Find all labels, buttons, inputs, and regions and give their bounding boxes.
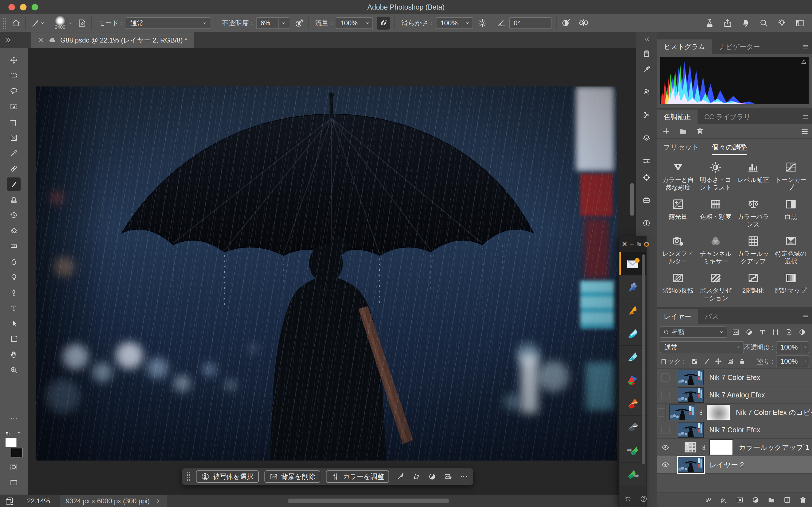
- new-group-icon[interactable]: [767, 496, 775, 504]
- filter-type-layers-icon[interactable]: [758, 328, 766, 336]
- add-adjustment-icon[interactable]: [662, 127, 670, 135]
- tool-zoom[interactable]: [7, 363, 20, 377]
- expand-toolbar-icon[interactable]: [4, 36, 12, 44]
- document-tab[interactable]: ✕ G88.psdc @ 22.1% (レイヤー 2, RGB/8) *: [31, 33, 194, 48]
- adjustment-photo-filter[interactable]: レンズフィルター: [659, 231, 697, 268]
- layer-row[interactable]: Nik 7 Color Efex のコピー: [657, 404, 812, 421]
- help-icon[interactable]: [640, 495, 648, 503]
- chevron-down-icon[interactable]: [40, 20, 45, 25]
- link-layers-icon[interactable]: [704, 496, 712, 504]
- layer-name[interactable]: Nik 7 Analog Efex: [709, 391, 765, 399]
- blend-mode-dropdown[interactable]: 通常: [126, 17, 210, 29]
- panel-icon-libraries[interactable]: [641, 194, 652, 206]
- tab-adjustments[interactable]: 色調補正: [657, 110, 698, 124]
- layer-name[interactable]: Nik 7 Color Efex のコピー: [736, 408, 812, 417]
- flask-icon[interactable]: [705, 18, 714, 28]
- adjustment-threshold[interactable]: 2階調化: [734, 268, 772, 305]
- adjustment-invert[interactable]: 階調の反転: [659, 268, 697, 305]
- tool-crop[interactable]: [7, 115, 20, 129]
- mask-link-icon[interactable]: [698, 408, 704, 417]
- subtab-single-adjustments[interactable]: 個々の調整: [712, 139, 747, 155]
- airbrush-toggle[interactable]: [377, 17, 390, 30]
- adjustment-levels[interactable]: レベル補正: [734, 158, 772, 194]
- chevron-down-icon[interactable]: [68, 20, 73, 25]
- tool-path-selection[interactable]: [7, 317, 20, 330]
- select-subject-button[interactable]: 被写体を選択: [196, 470, 259, 483]
- visibility-toggle[interactable]: [657, 386, 674, 403]
- tab-paths[interactable]: パス: [698, 309, 725, 324]
- panel-icon-brush-settings[interactable]: [641, 48, 652, 59]
- background-color-chip[interactable]: [11, 448, 22, 457]
- tool-blur[interactable]: [7, 255, 20, 269]
- filter-pixel-layers-icon[interactable]: [732, 328, 740, 336]
- tool-shape[interactable]: [7, 332, 20, 346]
- document-canvas[interactable]: [36, 87, 617, 460]
- visibility-toggle[interactable]: [657, 404, 666, 421]
- layer-mask-thumbnail[interactable]: [707, 404, 730, 420]
- opacity-dropdown[interactable]: 6%: [256, 17, 289, 29]
- smoothing-options-gear-icon[interactable]: [477, 18, 487, 28]
- tool-lasso[interactable]: [7, 84, 20, 98]
- layer-blend-mode-dropdown[interactable]: 通常: [660, 341, 744, 353]
- screen-mode-button[interactable]: [7, 476, 20, 489]
- edit-toolbar-button[interactable]: [7, 412, 20, 426]
- layer-thumbnail[interactable]: [669, 404, 695, 420]
- swap-colors-icon[interactable]: [16, 431, 21, 437]
- adjustment-exposure[interactable]: 露光量: [659, 194, 697, 231]
- tool-spot-healing[interactable]: [7, 162, 20, 175]
- layer-thumbnail[interactable]: [678, 370, 704, 385]
- filter-adjustment-layers-icon[interactable]: [745, 328, 753, 336]
- tool-history-brush[interactable]: [7, 209, 20, 222]
- paint-symmetry-icon[interactable]: [578, 17, 589, 29]
- filter-toggle-icon[interactable]: [798, 328, 806, 336]
- adjustment-channel-mixer[interactable]: チャンネルミキサー: [697, 231, 735, 268]
- context-bar-drag-handle[interactable]: [187, 471, 190, 482]
- tool-clone-stamp[interactable]: [7, 193, 20, 207]
- lock-artboard-icon[interactable]: [726, 358, 734, 365]
- panel-icon-clone-source[interactable]: [641, 172, 652, 183]
- adjustment-selective-color[interactable]: 特定色域の選択: [772, 231, 810, 268]
- panel-icon-layers[interactable]: [641, 132, 652, 144]
- tool-brush[interactable]: [7, 177, 20, 191]
- group-icon[interactable]: [679, 127, 688, 135]
- adjustment-hue-saturation[interactable]: 色相・彩度: [697, 194, 735, 231]
- layer-name[interactable]: Nik 7 Color Efex: [709, 374, 760, 382]
- panel-layout-icon[interactable]: [637, 242, 642, 247]
- workspace-icon[interactable]: [795, 18, 805, 28]
- close-tab-icon[interactable]: ✕: [38, 36, 44, 45]
- brush-angle-input[interactable]: 0°: [509, 17, 552, 29]
- adjustment-curves[interactable]: トーンカーブ: [772, 158, 810, 194]
- smoothing-dropdown[interactable]: 100%: [436, 17, 473, 29]
- brush-settings-panel-icon[interactable]: [77, 18, 87, 28]
- minimize-window-button[interactable]: [20, 4, 27, 10]
- tool-eraser[interactable]: [7, 224, 20, 237]
- add-image-icon[interactable]: [444, 472, 452, 481]
- lightbulb-icon[interactable]: [777, 18, 786, 28]
- panel-icon-scissors[interactable]: [641, 109, 652, 121]
- adjustment-vibrance[interactable]: カラーと自然な彩度: [659, 158, 697, 194]
- layer-name[interactable]: レイヤー 2: [709, 460, 744, 469]
- lock-transparency-icon[interactable]: [691, 358, 698, 365]
- panel-icon-adjustments[interactable]: [641, 155, 652, 167]
- tool-hand[interactable]: [7, 348, 20, 361]
- minimize-icon[interactable]: [629, 242, 635, 247]
- panel-menu-icon[interactable]: [802, 313, 809, 320]
- tool-type[interactable]: [7, 301, 20, 315]
- options-grip[interactable]: [3, 17, 6, 29]
- search-icon[interactable]: [759, 18, 769, 28]
- visibility-toggle[interactable]: [657, 369, 674, 386]
- layer-filter-dropdown[interactable]: 種類: [660, 327, 727, 338]
- close-icon[interactable]: ✕: [622, 241, 627, 247]
- panel-icon-info[interactable]: [641, 217, 652, 229]
- adjust-colors-button[interactable]: カラーを調整: [326, 470, 389, 483]
- layer-row[interactable]: カラールックアップ 1: [657, 439, 812, 456]
- more-options-icon[interactable]: [460, 472, 468, 481]
- new-layer-icon[interactable]: [783, 496, 791, 504]
- magic-wand-icon[interactable]: [396, 472, 405, 481]
- tab-layers[interactable]: レイヤー: [657, 309, 698, 324]
- tab-histogram[interactable]: ヒストグラム: [657, 40, 712, 54]
- tool-gradient[interactable]: [7, 239, 20, 253]
- maximize-window-button[interactable]: [32, 4, 38, 10]
- adjustment-color-lookup[interactable]: カラールックアップ: [734, 231, 772, 268]
- foreground-color-chip[interactable]: [5, 438, 17, 447]
